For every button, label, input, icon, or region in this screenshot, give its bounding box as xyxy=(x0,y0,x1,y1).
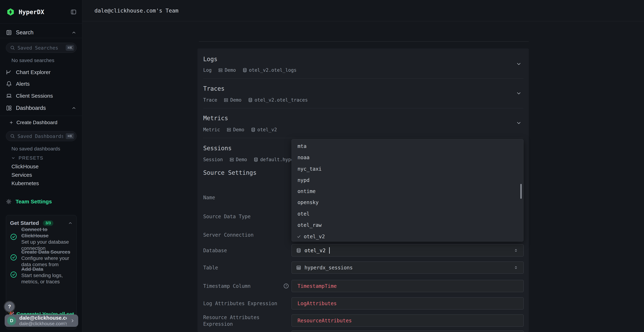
main-content: Sources Logs Log Demo otel_v2.otel_logs … xyxy=(82,21,644,332)
source-table: default.hyperdx_s xyxy=(260,157,292,162)
label-server-connection: Server Connection xyxy=(203,232,282,238)
source-card-meta: Metric Demo otel_v2 xyxy=(203,127,277,132)
database-dropdown: mta noaa nyc_taxi nypd ontime opensky ot… xyxy=(292,139,524,242)
preset-clickhouse[interactable]: ClickHouse xyxy=(12,164,39,170)
saved-searches-search[interactable]: ⌘K xyxy=(6,43,76,53)
laptop-icon xyxy=(6,93,12,99)
source-table: otel_v2.otel_traces xyxy=(254,97,308,103)
label-resource-attributes: Resource Attributes Expression xyxy=(203,314,282,327)
user-email: dale@clickhouse.com xyxy=(19,315,67,321)
source-kind: Log xyxy=(203,68,212,73)
label-table: Table xyxy=(203,264,282,271)
bell-icon xyxy=(6,81,12,87)
saved-searches-input[interactable] xyxy=(18,45,63,50)
preset-services[interactable]: Services xyxy=(12,172,32,178)
search-icon xyxy=(10,45,15,50)
source-settings-heading: Source Settings xyxy=(203,169,256,176)
select-stepper-icon[interactable] xyxy=(514,264,518,271)
dropdown-option-otel[interactable]: otel xyxy=(298,211,310,217)
chevron-down-icon[interactable] xyxy=(516,61,522,67)
dropdown-option-ontime[interactable]: ontime xyxy=(298,188,316,194)
database-value: otel_v2 xyxy=(304,248,326,254)
chevron-up-icon[interactable] xyxy=(72,106,76,110)
divider xyxy=(203,108,524,108)
help-circle-icon[interactable]: ? xyxy=(283,283,289,289)
dropdown-option-mta[interactable]: mta xyxy=(298,143,306,149)
get-started-item[interactable]: Create Data Sources Configure where your… xyxy=(21,249,75,268)
source-card-title-logs: Logs xyxy=(203,56,217,62)
source-card-meta: Log Demo otel_v2.otel_logs xyxy=(203,68,296,73)
help-label: ? xyxy=(8,304,11,310)
select-stepper-icon[interactable] xyxy=(514,248,518,254)
sidebar-collapse-icon[interactable] xyxy=(70,9,76,15)
brand-row: HyperDX xyxy=(6,7,76,17)
dropdown-scrollbar[interactable] xyxy=(520,184,522,199)
label-log-attributes: Log Attributes Expression xyxy=(203,300,282,307)
sidebar-item-team-settings[interactable]: Team Settings xyxy=(6,196,76,206)
log-attributes-input[interactable]: LogAttributes xyxy=(292,297,524,310)
kbd-shortcut: ⌘K xyxy=(66,45,74,51)
get-started-item-title: Create Data Sources xyxy=(21,249,75,255)
table-select[interactable]: hyperdx_sessions xyxy=(292,262,524,274)
create-dashboard-button[interactable]: Create Dashboard xyxy=(9,118,73,127)
source-card-title-metrics: Metrics xyxy=(203,115,228,122)
dropdown-option-label: otel_v2 xyxy=(304,234,325,240)
kbd-shortcut: ⌘K xyxy=(66,133,74,139)
server-stack-icon xyxy=(218,68,223,72)
database-icon xyxy=(251,127,256,132)
source-card-meta: Trace Demo otel_v2.otel_traces xyxy=(203,97,308,103)
divider xyxy=(203,78,524,78)
source-integration: Demo xyxy=(230,97,242,103)
dropdown-option-otel-raw[interactable]: otel_raw xyxy=(298,222,322,228)
preset-kubernetes[interactable]: Kubernetes xyxy=(12,180,39,186)
get-started-header[interactable]: Get Started 3/3 xyxy=(10,219,73,227)
svg-text:?: ? xyxy=(285,284,287,288)
avatar-initial: D xyxy=(10,318,14,324)
label-source-data-type: Source Data Type xyxy=(203,213,282,220)
chevron-up-icon[interactable] xyxy=(72,30,76,35)
user-team: dale@clickhouse.com's xyxy=(19,321,67,326)
database-icon xyxy=(296,248,301,253)
source-kind: Session xyxy=(203,157,223,162)
check-circle-icon xyxy=(10,254,17,261)
database-icon xyxy=(248,98,253,102)
sidebar-section-dashboards[interactable]: Dashboards xyxy=(6,103,76,113)
presets-toggle[interactable]: PRESETS xyxy=(11,154,65,162)
dropdown-option-otel-v2-selected[interactable]: otel_v2 xyxy=(296,234,325,240)
gear-icon xyxy=(6,199,12,204)
saved-dashboards-search[interactable]: ⌘K xyxy=(6,131,76,141)
page-title: dale@clickhouse.com's Team xyxy=(94,0,178,21)
timestamp-column-input[interactable]: TimestampTime xyxy=(292,280,524,292)
database-icon xyxy=(254,157,258,162)
dropdown-option-nypd[interactable]: nypd xyxy=(298,177,310,183)
get-started-title: Get Started xyxy=(10,220,39,226)
get-started-item-subtitle: Start sending logs, metrics, or traces xyxy=(21,272,75,285)
plus-icon xyxy=(9,120,14,125)
database-select[interactable]: otel_v2 xyxy=(292,244,524,256)
table-icon xyxy=(296,265,301,270)
dashboards-section-label: Dashboards xyxy=(16,105,46,111)
dropdown-option-nyc-taxi[interactable]: nyc_taxi xyxy=(298,166,322,172)
topbar: dale@clickhouse.com's Team xyxy=(82,0,644,21)
presets-label: PRESETS xyxy=(18,155,44,161)
database-icon xyxy=(242,68,247,72)
dropdown-option-noaa[interactable]: noaa xyxy=(298,154,310,160)
sidebar-section-search[interactable]: Search xyxy=(6,27,76,38)
next-field-partial[interactable] xyxy=(292,330,524,332)
sidebar-item-client-sessions[interactable]: Client Sessions xyxy=(6,91,76,101)
get-started-item[interactable]: Connect to ClickHouse Set up your databa… xyxy=(21,226,75,251)
chevron-up-icon[interactable] xyxy=(68,221,73,226)
dropdown-option-opensky[interactable]: opensky xyxy=(298,200,318,205)
user-menu[interactable]: D dale@clickhouse.com dale@clickhouse.co… xyxy=(5,314,78,327)
get-started-item[interactable]: Add Data Start sending logs, metrics, or… xyxy=(21,266,75,285)
saved-dashboards-input[interactable] xyxy=(18,134,63,139)
sidebar-item-chart-explorer[interactable]: Chart Explorer xyxy=(6,67,76,77)
check-icon xyxy=(296,234,301,239)
chevron-down-icon[interactable] xyxy=(516,120,522,126)
help-button[interactable]: ? xyxy=(5,302,14,312)
sidebar-item-alerts[interactable]: Alerts xyxy=(6,79,76,89)
chevron-down-icon[interactable] xyxy=(516,90,522,96)
sidebar-item-label: Alerts xyxy=(16,81,30,87)
resource-attributes-input[interactable]: ResourceAttributes xyxy=(292,314,524,327)
text-cursor xyxy=(329,247,330,254)
